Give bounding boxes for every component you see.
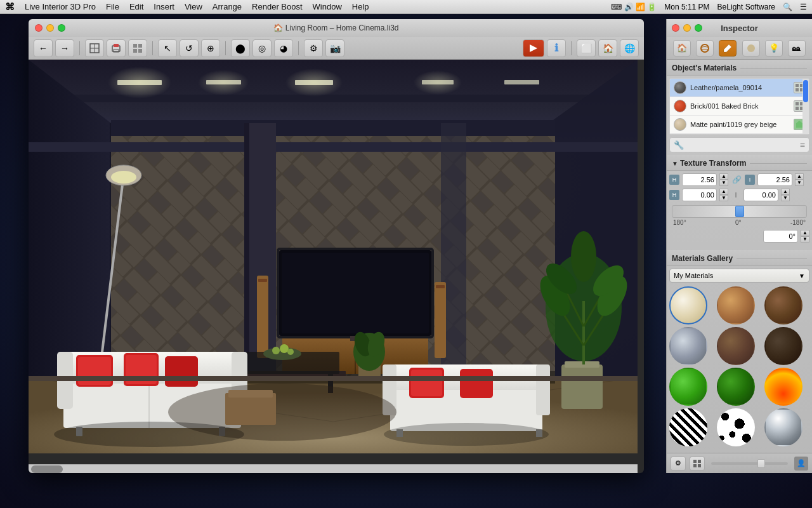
- camera-button[interactable]: 📷: [325, 39, 344, 57]
- rotation-stepper[interactable]: ▲ ▼: [801, 230, 809, 243]
- menu-window[interactable]: Window: [313, 2, 342, 11]
- menu-app[interactable]: Live Interior 3D Pro: [25, 2, 96, 11]
- offset-h-up[interactable]: ▲: [719, 189, 728, 195]
- orbit-button[interactable]: ⊕: [201, 39, 220, 57]
- svg-marker-120: [796, 121, 802, 123]
- options-icon[interactable]: ☰: [800, 3, 807, 11]
- scrollbar-handle[interactable]: [31, 465, 63, 473]
- inspector-tab-scene[interactable]: 🏘: [788, 40, 806, 57]
- more-icon[interactable]: ≡: [800, 140, 805, 150]
- gallery-item-fire[interactable]: [764, 368, 802, 406]
- render3d-button[interactable]: [523, 39, 544, 57]
- search-icon[interactable]: 🔍: [783, 3, 792, 11]
- scale-v-up[interactable]: ▲: [795, 173, 804, 180]
- back-button[interactable]: ←: [34, 39, 53, 57]
- gallery-item-metal[interactable]: [669, 327, 707, 365]
- link-icon[interactable]: 🔗: [731, 174, 742, 185]
- window-close-button[interactable]: [35, 24, 43, 32]
- gallery-item-green-dark[interactable]: [717, 368, 755, 406]
- offset-v-down[interactable]: ▼: [781, 195, 790, 201]
- scale-h-up[interactable]: ▲: [719, 173, 728, 180]
- offset-h-down[interactable]: ▼: [719, 195, 728, 201]
- scale-v-input[interactable]: 2.56: [757, 173, 792, 186]
- inspector-tab-light[interactable]: 💡: [765, 40, 783, 57]
- gallery-divider: [737, 258, 807, 259]
- texture-transform-chevron[interactable]: ▼: [672, 160, 678, 167]
- home-button[interactable]: 🏠: [598, 39, 617, 57]
- floor-plan-button[interactable]: [85, 39, 104, 57]
- material-item-leather[interactable]: Leather/pamela_09014: [670, 79, 809, 97]
- rotation-value-input[interactable]: 0°: [763, 230, 798, 243]
- offset-v-input[interactable]: 0.00: [743, 189, 778, 201]
- inspector-preview-icon[interactable]: 👤: [794, 457, 808, 471]
- gallery-item-wood-light[interactable]: [717, 286, 755, 324]
- inspector-grid-button[interactable]: [690, 457, 705, 471]
- gallery-dropdown[interactable]: My Materials ▼: [669, 269, 809, 283]
- menu-view[interactable]: View: [185, 2, 202, 11]
- offset-h-input[interactable]: 0.00: [682, 189, 717, 201]
- svg-rect-9: [138, 49, 142, 53]
- menu-edit[interactable]: Edit: [129, 2, 143, 11]
- inspector-maximize[interactable]: [695, 24, 702, 32]
- render-button[interactable]: ◕: [274, 39, 293, 57]
- menu-help[interactable]: Help: [352, 2, 369, 11]
- scale-h-down[interactable]: ▼: [719, 180, 728, 186]
- inspector-zoom-thumb[interactable]: [757, 459, 765, 468]
- inspector-tab-material[interactable]: [742, 40, 760, 57]
- menu-file[interactable]: File: [106, 2, 119, 11]
- horizontal-scrollbar[interactable]: [29, 464, 638, 473]
- scene-3d[interactable]: [29, 60, 638, 453]
- gallery-item-spots[interactable]: [717, 408, 755, 446]
- inspector-minimize[interactable]: [683, 24, 691, 32]
- svg-point-78: [272, 347, 280, 354]
- menu-insert[interactable]: Insert: [154, 2, 174, 11]
- rotation-up[interactable]: ▲: [801, 230, 809, 236]
- camera2-button[interactable]: ◎: [252, 39, 272, 57]
- forward-button[interactable]: →: [55, 39, 74, 57]
- svg-rect-98: [536, 364, 550, 415]
- materials-scrollbar-thumb[interactable]: [803, 80, 808, 102]
- offset-h-stepper[interactable]: ▲ ▼: [719, 189, 728, 201]
- inspector-close[interactable]: [672, 24, 679, 32]
- scale-h-input[interactable]: 2.56: [682, 173, 717, 186]
- pan-button[interactable]: ↺: [180, 39, 199, 57]
- frame-button[interactable]: ⬜: [577, 39, 596, 57]
- scale-h-stepper[interactable]: ▲ ▼: [719, 173, 728, 186]
- info-button[interactable]: ℹ: [547, 39, 566, 57]
- materials-scrollbar[interactable]: [802, 79, 809, 134]
- select-button[interactable]: ↖: [158, 39, 177, 57]
- inspector-tab-brush[interactable]: [719, 40, 737, 57]
- rotation-thumb[interactable]: [735, 206, 744, 217]
- menu-render[interactable]: Render Boost: [252, 2, 303, 11]
- gallery-item-green-bright[interactable]: [669, 368, 707, 406]
- record-button[interactable]: ⬤: [231, 39, 250, 57]
- gallery-item-dark-brown[interactable]: [764, 327, 802, 365]
- gallery-item-cream[interactable]: [669, 286, 707, 324]
- apple-menu[interactable]: ⌘: [5, 1, 15, 13]
- layout-button[interactable]: [128, 39, 147, 57]
- print-button[interactable]: [107, 39, 126, 57]
- material-item-brick[interactable]: Brick/001 Baked Brick: [670, 97, 809, 116]
- gallery-item-zebra[interactable]: [669, 408, 707, 446]
- scale-v-stepper[interactable]: ▲ ▼: [795, 173, 804, 186]
- inspector-tab-house[interactable]: 🏠: [673, 40, 691, 57]
- tools-button[interactable]: ⚙: [304, 39, 323, 57]
- rotation-max: -180°: [790, 219, 806, 226]
- material-item-matte[interactable]: Matte paint/1019 grey beige: [670, 116, 809, 134]
- rotation-slider[interactable]: [672, 205, 807, 218]
- window-maximize-button[interactable]: [58, 24, 65, 32]
- offset-v-up[interactable]: ▲: [781, 189, 790, 195]
- svg-point-110: [747, 44, 755, 52]
- inspector-tab-sphere[interactable]: [696, 40, 714, 57]
- scale-v-down[interactable]: ▼: [795, 180, 804, 186]
- menu-arrange[interactable]: Arrange: [213, 2, 242, 11]
- inspector-settings-button[interactable]: ⚙: [671, 457, 686, 471]
- window-minimize-button[interactable]: [46, 24, 54, 32]
- offset-v-stepper[interactable]: ▲ ▼: [781, 189, 790, 201]
- gallery-item-wood-dark[interactable]: [764, 286, 802, 324]
- gallery-item-chrome[interactable]: [764, 408, 802, 446]
- inspector-zoom-slider[interactable]: [711, 462, 788, 465]
- gallery-item-brown[interactable]: [717, 327, 755, 365]
- scene-button[interactable]: 🌐: [620, 39, 639, 57]
- rotation-down[interactable]: ▼: [801, 236, 809, 243]
